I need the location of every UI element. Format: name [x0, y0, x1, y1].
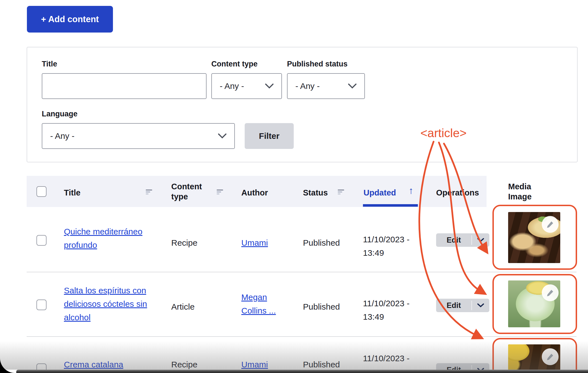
content-title-link[interactable]: Salta los espíritus con deliciosos cócte… — [64, 286, 147, 322]
published-status-filter-label: Published status — [287, 60, 348, 68]
sort-ascending-arrow-icon[interactable]: ↑ — [409, 185, 413, 196]
updated-cell: 11/10/2023 - — [363, 352, 409, 365]
updated-time: 13:49 — [363, 310, 409, 324]
status-cell: Published — [303, 236, 340, 250]
chevron-down-icon — [477, 303, 484, 307]
updated-date: 11/10/2023 - — [363, 352, 409, 365]
status-cell: Published — [303, 300, 340, 314]
crema-catalana-photo[interactable] — [508, 344, 560, 373]
column-header-title[interactable]: Title — [64, 188, 80, 198]
language-selected-value: - Any - — [50, 131, 75, 141]
language-filter-label: Language — [42, 110, 78, 118]
title-filter-label: Title — [42, 60, 57, 68]
language-select[interactable]: - Any - — [42, 123, 235, 149]
author-link[interactable]: Megan Collins ... — [241, 293, 276, 315]
title-filter-field — [42, 73, 207, 99]
edit-dropdown-toggle[interactable] — [472, 233, 489, 247]
author-link[interactable]: Umami — [241, 360, 268, 369]
column-header-media-image: Media Image — [508, 181, 542, 202]
content-type-cell: Recipe — [171, 236, 197, 250]
chevron-down-icon — [265, 84, 274, 89]
content-type-selected-value: - Any - — [220, 81, 244, 91]
column-header-operations: Operations — [436, 188, 479, 198]
content-title-link[interactable]: Quiche mediterráneo profundo — [64, 227, 142, 250]
updated-cell: 11/10/2023 - 13:49 — [363, 233, 409, 260]
edit-dropdown-toggle[interactable] — [472, 299, 489, 312]
filter-panel: Title Content type - Any - Published sta… — [27, 47, 578, 162]
article-annotation-label: <article> — [420, 126, 467, 140]
published-status-selected-value: - Any - — [295, 81, 320, 91]
media-edit-badge[interactable] — [542, 348, 559, 365]
published-status-select[interactable]: - Any - — [287, 73, 365, 99]
content-admin-page: + Add content Title Content type - Any -… — [0, 0, 588, 373]
media-edit-badge[interactable] — [542, 284, 559, 301]
content-title-link[interactable]: Crema catalana — [64, 360, 123, 369]
sort-icon[interactable] — [217, 190, 223, 195]
updated-date: 11/10/2023 - — [363, 233, 409, 246]
author-link[interactable]: Umami — [241, 238, 268, 247]
content-type-cell: Article — [171, 300, 195, 314]
edit-button[interactable]: Edit — [436, 233, 471, 247]
column-header-updated-active-sort[interactable]: Updated — [364, 188, 396, 198]
chevron-down-icon — [348, 84, 356, 89]
window-bottom-edge — [16, 370, 588, 373]
chevron-down-icon — [477, 238, 484, 242]
updated-cell: 11/10/2023 - 13:49 — [363, 297, 409, 324]
sort-icon[interactable] — [338, 190, 344, 195]
select-all-checkbox[interactable] — [36, 186, 47, 197]
pencil-icon — [546, 289, 554, 297]
sort-icon[interactable] — [146, 190, 152, 195]
status-cell: Published — [303, 358, 340, 371]
filter-submit-button[interactable]: Filter — [245, 123, 294, 149]
title-filter-input[interactable] — [42, 74, 206, 98]
row-checkbox[interactable] — [36, 300, 47, 310]
edit-button[interactable]: Edit — [436, 299, 471, 312]
row-checkbox[interactable] — [36, 235, 47, 246]
cocktail-photo[interactable] — [508, 280, 560, 327]
content-type-filter-label: Content type — [211, 60, 258, 68]
active-sort-underline — [363, 204, 418, 207]
content-type-cell: Recipe — [171, 358, 197, 371]
add-content-button[interactable]: + Add content — [27, 6, 113, 33]
media-edit-badge[interactable] — [542, 216, 559, 233]
pencil-icon — [546, 353, 554, 361]
updated-date: 11/10/2023 - — [363, 297, 409, 310]
edit-dropbutton[interactable]: Edit — [436, 233, 489, 247]
updated-time: 13:49 — [363, 246, 409, 260]
pencil-icon — [546, 220, 554, 229]
column-header-author[interactable]: Author — [241, 188, 268, 198]
content-type-select[interactable]: - Any - — [211, 73, 282, 99]
chevron-down-icon — [218, 133, 226, 139]
edit-dropbutton[interactable]: Edit — [436, 299, 489, 312]
quiche-photo[interactable] — [508, 212, 560, 263]
column-header-status[interactable]: Status — [303, 188, 328, 198]
column-header-content-type[interactable]: Content type — [171, 181, 213, 202]
